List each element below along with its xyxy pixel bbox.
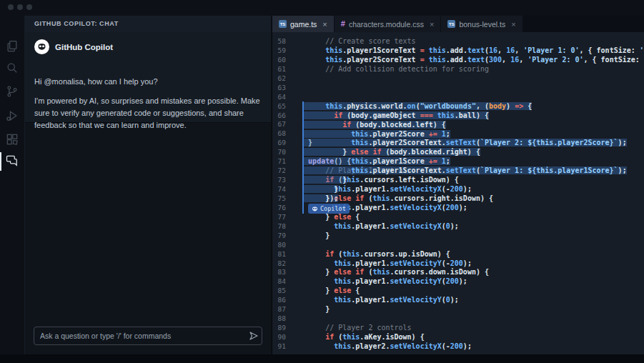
code-line[interactable]: 84 this.player1.setVelocityY(200); <box>272 277 644 287</box>
suggested-code-line: this.player1Score += 1; <box>291 157 450 166</box>
window-control-icon[interactable] <box>17 4 23 10</box>
tab-bar: TS game.ts × # characters.module.css × T… <box>272 16 644 32</box>
tab-game-ts[interactable]: TS game.ts × <box>272 16 334 32</box>
chat-icon[interactable] <box>5 154 19 168</box>
suggested-code-line: } else if (body.blocked.right) { <box>291 148 480 157</box>
chat-input[interactable] <box>34 332 246 340</box>
tab-characters-module-css[interactable]: # characters.module.css × <box>335 16 441 32</box>
suggested-code-line: } <box>291 185 338 194</box>
code-line[interactable]: 62 <box>272 74 644 84</box>
badge-label: Copilot <box>320 205 346 212</box>
copilot-suggestion-badge: Copilot <box>308 204 350 214</box>
code-line[interactable]: 83 } else if (this.cursors.down.isDown) … <box>272 268 644 277</box>
bottom-strip <box>0 354 644 363</box>
git-branch-icon[interactable] <box>5 84 19 99</box>
active-view-indicator <box>0 152 1 171</box>
code-line[interactable]: 82 this.player1.setVelocityY(-200); <box>272 259 644 269</box>
code-line[interactable]: 59 this.player1ScoreText = this.add.text… <box>272 46 644 56</box>
chat-input-box <box>34 327 262 345</box>
close-icon[interactable]: × <box>430 20 434 29</box>
tab-label: bonus-level.ts <box>459 20 505 29</box>
suggested-code-line: if (body.gameObject === this.ball) { <box>291 111 489 121</box>
panel-title: GITHUB COPILOT: CHAT <box>25 16 271 32</box>
code-line[interactable]: 58 // Create score texts <box>272 37 644 46</box>
chat-greeting: Hi @monalisa, how can I help you? <box>34 77 158 86</box>
suggested-code-line: this.player2ScoreText.setText(`Player 2:… <box>291 139 627 148</box>
debug-icon[interactable] <box>5 109 19 123</box>
code-line[interactable]: 91 this.player2.setVelocityX(-200); <box>272 342 644 352</box>
tab-bonus-level-ts[interactable]: TS bonus-level.ts × <box>441 16 522 32</box>
copilot-avatar <box>34 39 49 54</box>
close-icon[interactable]: × <box>322 20 327 29</box>
code-line[interactable]: 81 if (this.cursors.up.isDown) { <box>272 250 644 259</box>
suggested-code-line: if (body.blocked.left) { <box>291 121 446 130</box>
ts-file-icon: TS <box>279 20 287 28</box>
code-line[interactable]: 79 } <box>272 232 644 241</box>
code-line[interactable]: 78 this.player1.setVelocityX(0); <box>272 222 644 232</box>
suggested-code-line: this.player2Score += 1; <box>291 130 450 139</box>
code-area[interactable]: 58 // Create score texts59 this.player1S… <box>272 32 644 354</box>
suggested-code-line: } <box>291 176 347 185</box>
window-control-icon[interactable] <box>26 4 32 10</box>
code-line[interactable]: 63 <box>272 84 644 93</box>
files-icon[interactable] <box>5 39 19 54</box>
extensions-icon[interactable] <box>5 132 19 146</box>
activity-bar <box>0 16 25 354</box>
code-line[interactable]: 64 <box>272 93 644 102</box>
code-line[interactable]: 80 <box>272 241 644 250</box>
tab-label: characters.module.css <box>349 20 424 29</box>
close-icon[interactable]: × <box>511 20 515 29</box>
tab-label: game.ts <box>290 20 317 29</box>
code-line[interactable]: 61 // Add collision detection for scorin… <box>272 65 644 74</box>
code-line[interactable]: 88 <box>272 314 644 324</box>
code-line[interactable]: 77 } else { <box>272 213 644 222</box>
code-line[interactable]: 60 this.player2ScoreText = this.add.text… <box>272 56 644 65</box>
code-line[interactable]: 85 } else { <box>272 287 644 296</box>
bot-name: GitHub Copilot <box>55 43 113 51</box>
search-icon[interactable] <box>5 61 19 75</box>
window-control-icon[interactable] <box>8 4 14 10</box>
code-line[interactable]: 89 // Player 2 controls <box>272 324 644 333</box>
copilot-chat-panel: GITHUB COPILOT: CHAT GitHub Copilot Hi @… <box>25 16 271 354</box>
chat-disclaimer: I'm powered by AI, so surprises and mist… <box>34 95 266 131</box>
suggested-code-line: this.player1ScoreText.setText(`Player 1:… <box>291 166 627 176</box>
send-icon[interactable] <box>246 328 262 344</box>
code-line[interactable]: 90 if (this.aKey.isDown) { <box>272 333 644 342</box>
ts-file-icon: TS <box>447 20 455 28</box>
code-line[interactable]: 86 this.player1.setVelocityY(0); <box>272 296 644 305</box>
chat-message: GitHub Copilot Hi @monalisa, how can I h… <box>25 32 271 123</box>
suggested-code-line: }); <box>291 194 338 204</box>
css-file-icon: # <box>341 20 345 28</box>
code-line[interactable]: 87 } <box>272 305 644 314</box>
title-bar <box>0 0 644 16</box>
suggested-code-line: this.physics.world.on("worldbounds", (bo… <box>291 102 532 111</box>
editor-group: TS game.ts × # characters.module.css × T… <box>272 16 644 354</box>
